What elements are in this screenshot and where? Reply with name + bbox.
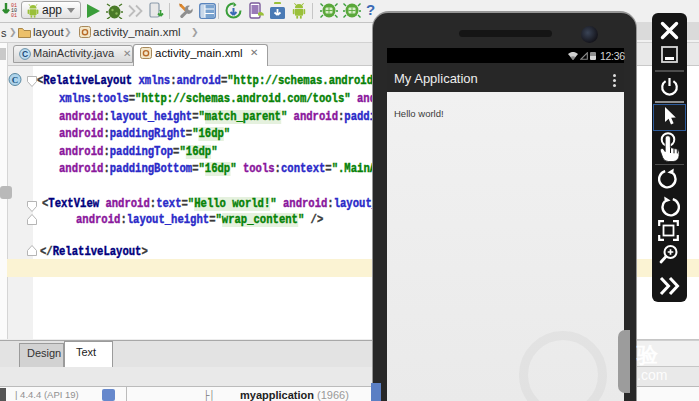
- svg-text:C: C: [22, 49, 28, 59]
- svg-text:01: 01: [11, 13, 17, 19]
- svg-text:C: C: [12, 75, 19, 85]
